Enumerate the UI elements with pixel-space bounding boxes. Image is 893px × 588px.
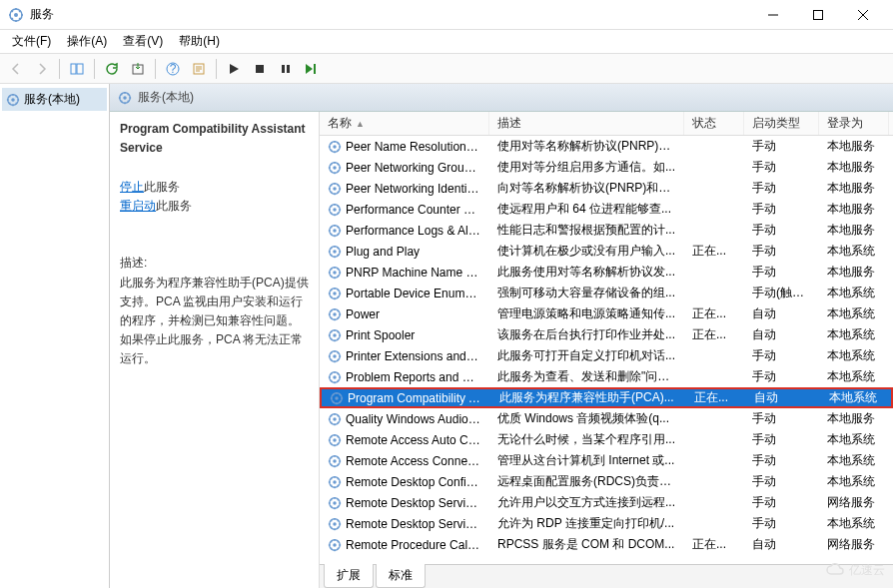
column-start[interactable]: 启动类型 xyxy=(744,112,819,135)
cell-desc: 强制可移动大容量存储设备的组... xyxy=(489,285,684,301)
cell-start: 手动 xyxy=(744,222,819,239)
svg-rect-3 xyxy=(71,64,76,74)
cell-desc: 允许为 RDP 连接重定向打印机/... xyxy=(489,515,684,532)
gear-icon xyxy=(6,93,20,107)
cell-name: Problem Reports and Sol... xyxy=(320,370,489,384)
cell-name: Printer Extensions and N... xyxy=(320,349,489,363)
cell-start: 自动 xyxy=(744,536,819,553)
service-row[interactable]: Print Spooler该服务在后台执行打印作业并处...正在...自动本地系… xyxy=(320,324,893,345)
cell-start: 手动 xyxy=(744,180,819,197)
menu-file[interactable]: 文件(F) xyxy=(4,31,59,52)
svg-rect-11 xyxy=(287,65,290,73)
tree-item-label: 服务(本地) xyxy=(24,91,80,108)
gear-icon xyxy=(328,307,342,321)
help-button[interactable]: ? xyxy=(161,57,185,81)
cell-state: 正在... xyxy=(684,243,744,260)
titlebar: 服务 xyxy=(0,0,893,30)
cell-name: Peer Name Resolution Pr... xyxy=(320,140,489,154)
cell-start: 手动 xyxy=(744,515,819,532)
cell-logon: 本地系统 xyxy=(819,473,889,490)
service-row[interactable]: Portable Device Enumera...强制可移动大容量存储设备的组… xyxy=(320,283,893,303)
cell-desc: 无论什么时候，当某个程序引用... xyxy=(489,431,684,448)
cell-logon: 网络服务 xyxy=(819,494,889,511)
minimize-button[interactable] xyxy=(750,0,795,30)
service-row[interactable]: Performance Counter DL...使远程用户和 64 位进程能够… xyxy=(320,199,893,220)
column-logon[interactable]: 登录为 xyxy=(819,112,889,135)
cell-state: 正在... xyxy=(684,305,744,322)
svg-rect-4 xyxy=(77,64,83,74)
cell-desc: 此服务为程序兼容性助手(PCA)... xyxy=(491,389,686,406)
gear-icon xyxy=(328,328,342,342)
pause-service-button[interactable] xyxy=(274,57,298,81)
properties-button[interactable] xyxy=(187,57,211,81)
gear-icon xyxy=(328,517,342,531)
menu-view[interactable]: 查看(V) xyxy=(115,31,171,52)
refresh-button[interactable] xyxy=(100,57,124,81)
cell-name: Print Spooler xyxy=(320,328,489,342)
cell-logon: 本地系统 xyxy=(821,389,891,406)
restart-link[interactable]: 重启动 xyxy=(120,199,156,213)
service-row[interactable]: Printer Extensions and N...此服务可打开自定义打印机对… xyxy=(320,345,893,366)
gear-icon xyxy=(328,475,342,489)
export-button[interactable] xyxy=(126,57,150,81)
service-row[interactable]: Remote Procedure Call (...RPCSS 服务是 COM … xyxy=(320,534,893,555)
sort-indicator-icon: ▲ xyxy=(356,119,365,129)
cell-start: 手动 xyxy=(744,368,819,385)
cell-desc: 优质 Windows 音频视频体验(q... xyxy=(489,410,684,427)
tree-item-services-local[interactable]: 服务(本地) xyxy=(2,88,107,111)
stop-service-button[interactable] xyxy=(248,57,272,81)
service-row[interactable]: Power管理电源策略和电源策略通知传...正在...自动本地系统 xyxy=(320,303,893,324)
cell-start: 手动 xyxy=(744,473,819,490)
restart-service-button[interactable] xyxy=(300,57,324,81)
column-desc[interactable]: 描述 xyxy=(489,112,684,135)
list-header: 名称▲ 描述 状态 启动类型 登录为 xyxy=(320,112,893,136)
service-row[interactable]: PNRP Machine Name Pu...此服务使用对等名称解析协议发...… xyxy=(320,262,893,283)
service-row[interactable]: Peer Networking Identity...向对等名称解析协议(PNR… xyxy=(320,178,893,199)
maximize-button[interactable] xyxy=(795,0,840,30)
tab-standard[interactable]: 标准 xyxy=(376,564,426,588)
gear-icon xyxy=(328,140,342,154)
service-row[interactable]: Program Compatibility A...此服务为程序兼容性助手(PC… xyxy=(320,387,893,408)
tree-pane: 服务(本地) xyxy=(0,84,110,588)
cell-start: 手动 xyxy=(744,201,819,218)
service-row[interactable]: Remote Access Connecti...管理从这台计算机到 Inter… xyxy=(320,450,893,471)
column-name[interactable]: 名称▲ xyxy=(320,112,489,135)
gear-icon xyxy=(328,496,342,510)
service-row[interactable]: Peer Name Resolution Pr...使用对等名称解析协议(PNR… xyxy=(320,136,893,157)
cell-logon: 本地服务 xyxy=(819,180,889,197)
cell-name: Program Compatibility A... xyxy=(322,391,491,405)
service-row[interactable]: Problem Reports and Sol...此服务为查看、发送和删除"问… xyxy=(320,366,893,387)
cell-logon: 本地系统 xyxy=(819,243,889,260)
column-state[interactable]: 状态 xyxy=(684,112,744,135)
forward-button[interactable] xyxy=(30,57,54,81)
cell-name: Remote Access Auto Con... xyxy=(320,433,489,447)
tab-extended[interactable]: 扩展 xyxy=(324,564,374,588)
back-button[interactable] xyxy=(4,57,28,81)
cell-start: 自动 xyxy=(744,305,819,322)
gear-icon xyxy=(328,412,342,426)
service-row[interactable]: Plug and Play使计算机在极少或没有用户输入...正在...手动本地系… xyxy=(320,241,893,262)
service-row[interactable]: Remote Desktop Configu...远程桌面配置服务(RDCS)负… xyxy=(320,471,893,492)
menu-help[interactable]: 帮助(H) xyxy=(171,31,228,52)
cell-start: 手动 xyxy=(744,452,819,469)
stop-link[interactable]: 停止 xyxy=(120,180,144,194)
cell-desc: 此服务使用对等名称解析协议发... xyxy=(489,264,684,281)
service-row[interactable]: Performance Logs & Aler...性能日志和警报根据预配置的计… xyxy=(320,220,893,241)
cell-start: 自动 xyxy=(744,326,819,343)
cell-logon: 本地服务 xyxy=(819,159,889,176)
gear-icon xyxy=(328,182,342,196)
service-row[interactable]: Quality Windows Audio V...优质 Windows 音频视… xyxy=(320,408,893,429)
service-row[interactable]: Remote Access Auto Con...无论什么时候，当某个程序引用.… xyxy=(320,429,893,450)
cell-start: 自动 xyxy=(746,389,821,406)
start-service-button[interactable] xyxy=(222,57,246,81)
menu-action[interactable]: 操作(A) xyxy=(59,31,115,52)
cell-desc: 向对等名称解析协议(PNRP)和对... xyxy=(489,180,684,197)
show-hide-tree-button[interactable] xyxy=(65,57,89,81)
service-row[interactable]: Remote Desktop Service...允许为 RDP 连接重定向打印… xyxy=(320,513,893,534)
close-button[interactable] xyxy=(840,0,885,30)
service-row[interactable]: Remote Desktop Services允许用户以交互方式连接到远程...… xyxy=(320,492,893,513)
service-row[interactable]: Peer Networking Groupi...使用对等分组启用多方通信。如.… xyxy=(320,157,893,178)
cell-state: 正在... xyxy=(684,326,744,343)
list-body[interactable]: Peer Name Resolution Pr...使用对等名称解析协议(PNR… xyxy=(320,136,893,564)
cell-start: 手动 xyxy=(744,347,819,364)
